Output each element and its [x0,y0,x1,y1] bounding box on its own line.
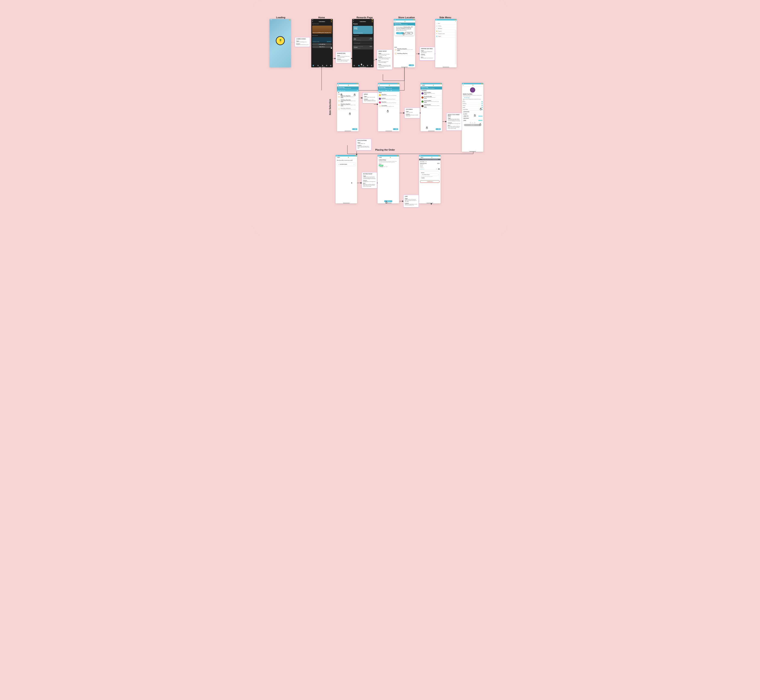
back-button[interactable]: BACK [422,85,425,86]
page-title: Rewards [352,23,374,25]
list-item[interactable]: Mango Berry- Mango BowlPlaya Mango toppe… [337,103,359,107]
note-instore: IN STORE PICKUP TriggerClicking on the m… [362,172,377,189]
finger-icon [426,127,428,129]
back-icon[interactable]: ‹ [336,157,337,158]
tab-more[interactable]: More [330,65,331,67]
back-button[interactable]: BACK [421,157,423,158]
add-item-button[interactable]: Add 1 Item [464,124,481,126]
included-toggle[interactable]: ⌄ INCLUDED 6 [462,97,483,99]
see-details-link[interactable]: SEE DETAILS > [327,41,331,42]
accordion-ordertype[interactable]: ⌄ ORDER TYPE1 REQUIRED [462,115,483,117]
status-bar: 10:00 [270,19,291,20]
qty-control[interactable]: −1+ [436,169,440,170]
topping-row[interactable]: Nutella [462,107,483,109]
close-icon[interactable]: ✕ [455,21,456,22]
accordion-allergy[interactable]: ⌄ ALLERGY [462,113,483,115]
pickup-option[interactable]: 🏬IN-STORE PICKUP ⓘ [337,162,356,166]
list-item[interactable]: Acai BowlsBlended with the highest quali… [378,97,400,101]
accordion-mixed[interactable]: ⌄ MIXED BASES [462,117,483,119]
screen-store: 2:53 ☰🍍 Playa Bowls Philly 1804 Chestnut… [394,19,415,67]
qty-minus[interactable]: − [470,122,471,123]
note-loading: LOADING SCREEN TriggerSystem initiated l… [295,37,310,47]
menu-language[interactable]: 🌐English⌄ [435,35,457,38]
back-icon[interactable]: ‹ [378,157,379,158]
menu-back[interactable]: ←Back [435,22,457,25]
cart-fab[interactable]: 🛒 $0.00 [352,128,357,130]
list-item[interactable]: Tropical- Acai BowlPlaya Acai topped wit… [421,100,442,104]
disclaimer-button[interactable]: ⚠ Read Disclaimer [420,181,440,183]
category-bar[interactable]: ‹ All Popular Items › [337,89,359,91]
menu-payment[interactable]: 💳Payment [435,30,457,33]
tab-order[interactable]: Order [363,65,364,67]
list-item[interactable]: Mango BowlsBlended with the highest qual… [378,94,400,97]
edit-link[interactable]: Edit [420,169,421,170]
list-item[interactable]: Nutella Mango- Mango Bowl [394,52,415,56]
confirm-modal: You have selected our Playa Bowls Philly… [395,25,414,36]
list-item[interactable]: Nutella- Acai BowlPlaya Acai topped with… [421,104,442,109]
tab-home[interactable]: Home [313,65,314,67]
list-item[interactable]: Mango Power- Mango BowlPlaya Mango blend… [337,95,359,99]
promo-card[interactable]: Dive into our ALL NEW Mango Bowls at Pla… [312,26,332,34]
list-item[interactable]: 8th Ave- Acai BowlPlaya Acai topped with… [421,91,442,95]
accordion-extra[interactable]: ⌄ ADD AN EXTRA [462,111,483,113]
chevron-right-icon[interactable]: › [357,90,358,91]
continue-button[interactable]: Continue › [384,200,392,202]
topping-row[interactable]: Coconut Flakes [462,109,483,111]
cart-fab[interactable]: 🛒 $0.00 [409,64,414,66]
bell-icon[interactable]: 🔔 [372,21,373,22]
bell-icon[interactable]: 🔔 [331,21,332,22]
menu-icon[interactable]: ☰ [312,21,313,22]
topping-row[interactable]: Banana [462,101,483,103]
tab-earn[interactable]: Earn [367,65,368,67]
list-item[interactable]: Mango Berry- Mango BowlPlaya Mango blend… [394,48,415,52]
accordion-paper[interactable]: ⌄ PAPER1 REQUIRED [462,119,483,121]
back-button[interactable]: BACK [379,157,382,158]
chevron-left-icon[interactable]: ‹ [338,90,339,91]
item-desc: Playa Acai topped with blueberry flax gr… [463,95,482,97]
tab-home[interactable]: Home [354,65,355,67]
menu-icon[interactable]: ☰ [395,21,395,22]
change-button[interactable]: Change [405,32,413,34]
confirm-button[interactable]: Confirm [396,32,404,34]
list-item[interactable]: Coconut BowlsBlended with the highest qu… [378,105,400,108]
remove-link[interactable]: Remove [422,169,424,170]
menu-orders[interactable]: 🧾My Orders [435,27,457,30]
menu-change-location[interactable]: 📍Change Location [435,33,457,35]
store-header: Playa Bowls Philly 1804 Chestnut St, Phi… [394,23,415,26]
note-rewards: REWARDS PAGE TriggerUser clicks on the p… [336,52,351,63]
note-acai: ACAI BOWLS TriggerClick on "Acai Bowls" … [404,108,420,118]
section-title: Acai Bowls [421,89,442,91]
menu-catalog[interactable]: 📖Catalog [435,25,457,27]
catalog-item[interactable]: with the Code to the user receiver Free … [353,45,373,50]
menu-icon[interactable]: ☰ [353,21,354,22]
topping-row[interactable]: Granola [462,105,483,107]
cart-fab[interactable]: 🛒 $0.00 [435,128,441,130]
back-button[interactable]: BACK [337,157,340,158]
menu-icon[interactable]: ☰ [379,85,380,86]
tab-rewards[interactable]: Rewards [317,65,319,67]
qty-plus[interactable]: + [474,122,475,123]
points-button[interactable]: Points 771 ☆ [312,46,332,48]
catalog-item[interactable]: Cannabis Rewards [353,42,373,45]
list-item[interactable]: Mucho Mango- Mango BowlPlaya Mango toppe… [337,107,359,111]
item-title: Nutella- Acai Bowl [463,94,482,95]
rewards-card[interactable]: Next Reward at 2149pts SEE DETAILS > [312,37,332,42]
list-item[interactable]: Goldie Mango- Mango BowlPlaya Mango topp… [337,99,359,103]
close-icon[interactable]: ✕ [463,85,463,86]
list-item[interactable]: Pura Vida- Acai BowlPlaya Acai topped wi… [421,95,442,100]
catalog-item[interactable]: 773pts $5 Off Available at all Locations… [353,37,373,41]
tab-more[interactable]: More [371,65,372,67]
rewards-box[interactable]: Rewards Click to Redeem Rewards See vali… [420,171,440,180]
tab-earn[interactable]: Earn [326,65,327,67]
category-bar[interactable]: ‹ Popular Items Bowls Oat... › [378,89,400,91]
topping-row[interactable]: Strawberry [462,103,483,105]
cart-fab[interactable]: 🛒 $0.00 [393,128,398,130]
view-qr-button[interactable]: ▦ View QR Code [312,43,332,45]
info-icon[interactable]: ⓘ [354,164,354,165]
tab-order[interactable]: Order [322,65,323,67]
page-title: In-Store Pickup [378,159,399,161]
list-item[interactable]: Pitaya BowlsBlended with the highest qua… [378,101,400,105]
menu-icon[interactable]: ☰ [338,85,339,86]
bg-slice: ›››› [455,30,457,64]
tab-rewards[interactable]: Rewards [358,65,360,67]
